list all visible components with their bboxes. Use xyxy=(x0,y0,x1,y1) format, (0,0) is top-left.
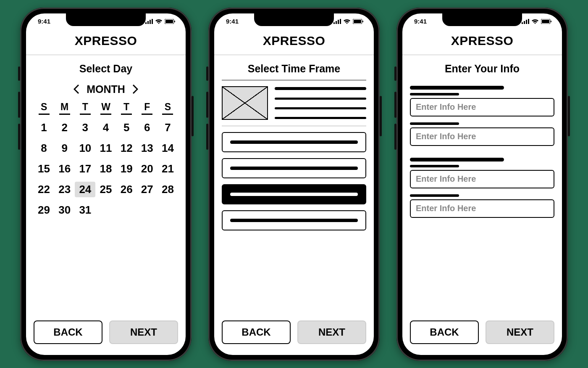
calendar-day[interactable]: 14 xyxy=(158,140,178,156)
calendar-day[interactable]: 6 xyxy=(137,120,158,135)
calendar-day[interactable]: 29 xyxy=(34,202,54,218)
calendar-day[interactable]: 3 xyxy=(75,120,95,135)
next-button[interactable]: NEXT xyxy=(486,320,554,344)
wifi-icon xyxy=(532,19,538,24)
calendar-day[interactable]: 18 xyxy=(95,161,116,177)
svg-rect-2 xyxy=(150,20,151,24)
calendar-day[interactable]: 17 xyxy=(75,161,95,177)
calendar-day[interactable]: 12 xyxy=(116,140,137,156)
calendar-day[interactable]: 5 xyxy=(116,120,137,135)
option-bar xyxy=(230,193,358,196)
back-button[interactable]: BACK xyxy=(410,320,479,344)
phone-mock-3: 9:41 XPRESSO Enter Your Info BACK NEXT xyxy=(396,8,568,361)
battery-icon xyxy=(353,19,364,24)
summary-lines xyxy=(275,86,366,120)
signal-icon xyxy=(522,19,529,24)
time-option-2[interactable] xyxy=(222,158,366,178)
time-option-list xyxy=(222,132,366,230)
calendar-day[interactable]: 28 xyxy=(158,182,178,197)
calendar-dow: M xyxy=(59,101,70,115)
svg-rect-9 xyxy=(338,20,339,24)
svg-rect-12 xyxy=(354,20,361,23)
summary-card xyxy=(222,86,366,126)
calendar-day[interactable]: 22 xyxy=(34,182,54,197)
battery-icon xyxy=(165,19,176,24)
svg-rect-13 xyxy=(362,21,363,22)
calendar-day[interactable]: 23 xyxy=(54,182,75,197)
calendar-day[interactable]: 4 xyxy=(95,120,116,135)
time-option-1[interactable] xyxy=(222,132,366,152)
field-label xyxy=(410,165,459,167)
svg-rect-7 xyxy=(333,22,335,24)
prev-month-button[interactable] xyxy=(72,85,81,93)
app-title: XPRESSO xyxy=(214,29,374,55)
info-field-1[interactable] xyxy=(410,98,554,116)
calendar-day[interactable]: 24 xyxy=(75,182,95,197)
svg-rect-5 xyxy=(165,20,173,23)
info-field-3[interactable] xyxy=(410,170,554,188)
calendar-day[interactable]: 19 xyxy=(116,161,137,177)
calendar-day[interactable]: 30 xyxy=(54,202,75,218)
svg-rect-16 xyxy=(526,20,527,24)
info-field-2[interactable] xyxy=(410,127,554,146)
calendar-day[interactable]: 21 xyxy=(158,161,178,177)
form-group-heading xyxy=(410,86,504,90)
calendar-day[interactable]: 26 xyxy=(116,182,137,197)
svg-rect-17 xyxy=(528,19,529,24)
next-month-button[interactable] xyxy=(131,85,139,93)
calendar-day[interactable]: 20 xyxy=(137,161,158,177)
field-label xyxy=(410,194,459,197)
option-bar xyxy=(230,167,358,170)
option-bar xyxy=(230,140,358,144)
svg-rect-3 xyxy=(152,19,153,24)
page-title: Select Time Frame xyxy=(214,55,374,80)
wifi-icon xyxy=(344,19,350,24)
next-button[interactable]: NEXT xyxy=(109,320,178,344)
calendar-day[interactable]: 9 xyxy=(54,140,75,156)
calendar-grid: 1234567891011121314151617181920212223242… xyxy=(34,120,178,218)
calendar-day[interactable]: 2 xyxy=(54,120,75,135)
calendar-dow: S xyxy=(162,101,173,115)
svg-rect-0 xyxy=(145,22,147,24)
time-option-4[interactable] xyxy=(222,210,366,230)
next-button[interactable]: NEXT xyxy=(297,320,366,344)
calendar-day[interactable]: 8 xyxy=(34,140,54,156)
svg-rect-20 xyxy=(551,21,551,22)
calendar-dow: S xyxy=(39,101,50,115)
back-button[interactable]: BACK xyxy=(222,320,291,344)
calendar-day[interactable]: 7 xyxy=(158,120,178,135)
calendar-day[interactable]: 13 xyxy=(137,140,158,156)
phone-mock-1: 9:41 XPRESSO Select Day MONTH SMTWTFS 12… xyxy=(20,8,192,361)
calendar-day[interactable]: 10 xyxy=(75,140,95,156)
phone-mock-2: 9:41 XPRESSO Select Time Frame BACK xyxy=(208,8,380,361)
page-title: Select Day xyxy=(26,55,186,80)
calendar-day[interactable]: 25 xyxy=(95,182,116,197)
calendar-day[interactable]: 16 xyxy=(54,161,75,177)
calendar-day[interactable]: 15 xyxy=(34,161,54,177)
time-option-3[interactable] xyxy=(222,184,366,204)
page-title: Enter Your Info xyxy=(402,55,562,80)
svg-rect-19 xyxy=(542,20,549,23)
svg-rect-1 xyxy=(147,21,149,24)
calendar-day[interactable]: 27 xyxy=(137,182,158,197)
calendar-dow: T xyxy=(80,101,91,115)
chevron-right-icon xyxy=(132,85,138,94)
svg-rect-8 xyxy=(336,21,337,24)
svg-rect-10 xyxy=(340,19,341,24)
signal-icon xyxy=(333,19,341,24)
calendar-day[interactable]: 31 xyxy=(75,202,95,218)
calendar-day[interactable]: 11 xyxy=(95,140,116,156)
month-label: MONTH xyxy=(87,83,125,95)
signal-icon xyxy=(145,19,153,24)
svg-rect-6 xyxy=(174,21,175,22)
info-field-4[interactable] xyxy=(410,199,554,218)
calendar-day[interactable]: 1 xyxy=(34,120,54,135)
calendar-dow: W xyxy=(100,101,111,115)
app-title: XPRESSO xyxy=(26,29,186,55)
status-time: 9:41 xyxy=(226,18,239,25)
calendar-dow-row: SMTWTFS xyxy=(34,101,178,115)
chevron-left-icon xyxy=(74,85,79,94)
back-button[interactable]: BACK xyxy=(34,320,102,344)
calendar-dow: T xyxy=(121,101,132,115)
status-time: 9:41 xyxy=(38,18,50,25)
